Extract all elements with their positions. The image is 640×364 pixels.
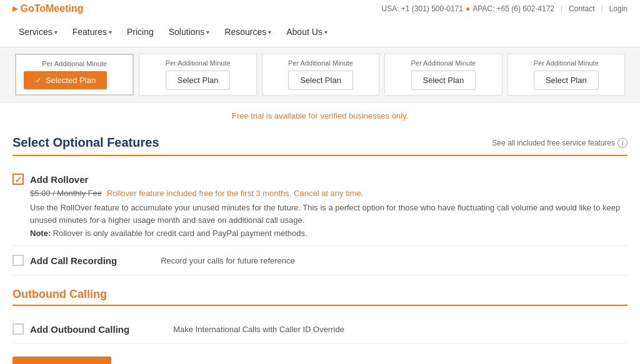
call-recording-name: Add Call Recording <box>30 255 117 266</box>
add-to-cart-button[interactable]: ADD TO CART <box>12 357 111 364</box>
main-content: Free trial is available for verified bus… <box>0 102 640 364</box>
call-recording-checkbox[interactable] <box>12 255 24 266</box>
logo-area: ▸ GoToMeeting <box>12 2 83 14</box>
rollover-price-strikethrough: $5.00 / Monthly Fee <box>30 189 102 198</box>
header: ▸ GoToMeeting USA: +1 (301) 500-0171 ● A… <box>0 0 640 47</box>
rollover-note: Note: Rollover is only available for cre… <box>30 229 628 238</box>
outbound-section-title: Outbound Calling <box>12 288 628 306</box>
rollover-description: Use the RollOver feature to accumulate y… <box>30 202 628 226</box>
add-outbound-calling-checkbox[interactable] <box>12 323 24 335</box>
outbound-calling-section: Outbound Calling Add Outbound Calling Ma… <box>12 288 628 344</box>
select-plan-button-3[interactable]: Select Plan <box>288 71 353 90</box>
call-recording-description: Record your calls for future reference <box>161 256 295 265</box>
info-icon: i <box>618 138 628 148</box>
chevron-icon: ▾ <box>206 29 209 36</box>
call-recording-feature-row: Add Call Recording Record your calls for… <box>12 246 628 275</box>
optional-features-section: Select Optional Features See all include… <box>12 129 628 275</box>
rollover-price-note: Rollover feature included free for the f… <box>107 189 363 198</box>
chevron-icon: ▾ <box>109 29 112 36</box>
main-nav: Services ▾ Features ▾ Pricing Solutions … <box>12 17 628 47</box>
nav-pricing[interactable]: Pricing <box>121 23 160 41</box>
plan-card-2: Per Additional Minute Select Plan <box>139 54 256 96</box>
separator2: | <box>601 4 603 13</box>
nav-solutions[interactable]: Solutions ▾ <box>162 23 216 41</box>
contact-link[interactable]: Contact <box>569 4 594 13</box>
free-trial-notice: Free trial is available for verified bus… <box>12 102 628 129</box>
separator: | <box>561 4 562 13</box>
check-icon: ✓ <box>14 174 22 185</box>
bullet: ● <box>466 4 470 13</box>
select-plan-button-5[interactable]: Select Plan <box>534 71 599 90</box>
logo-text: ▸ GoToMeeting <box>12 3 83 14</box>
rollover-price: $5.00 / Monthly Fee Rollover feature inc… <box>30 189 628 198</box>
chevron-icon: ▾ <box>324 29 328 36</box>
per-additional-minute-label: Per Additional Minute <box>270 59 371 67</box>
plan-selection-bar: Per Additional Minute ✓ Selected Plan Pe… <box>0 47 640 102</box>
top-bar-info: USA: +1 (301) 500-0171 ● APAC: +65 (6) 6… <box>381 4 628 13</box>
add-outbound-calling-row: Add Outbound Calling Make International … <box>12 315 628 344</box>
add-outbound-calling-description: Make International Calls with Caller ID … <box>173 325 344 334</box>
plan-card-1: Per Additional Minute ✓ Selected Plan <box>15 54 134 96</box>
chevron-icon: ▾ <box>268 29 271 36</box>
header-top: ▸ GoToMeeting USA: +1 (301) 500-0171 ● A… <box>12 0 628 17</box>
per-additional-minute-label: Per Additional Minute <box>147 59 248 67</box>
plan-card-5: Per Additional Minute Select Plan <box>508 54 625 96</box>
checkmark-icon: ✓ <box>35 76 42 85</box>
login-link[interactable]: Login <box>609 4 628 13</box>
per-additional-minute-label: Per Additional Minute <box>24 60 125 67</box>
nav-resources[interactable]: Resources ▾ <box>218 23 278 41</box>
add-to-cart-area: ADD TO CART <box>12 344 628 364</box>
rollover-checkbox[interactable]: ✓ <box>12 174 24 185</box>
rollover-feature-row: ✓ Add Rollover $5.00 / Monthly Fee Rollo… <box>12 166 628 246</box>
rollover-header: ✓ Add Rollover <box>12 174 628 185</box>
select-plan-button-2[interactable]: Select Plan <box>166 71 231 90</box>
per-additional-minute-label: Per Additional Minute <box>392 59 494 67</box>
nav-services[interactable]: Services ▾ <box>12 23 64 41</box>
phone-apac: APAC: +65 (6) 602-4172 <box>472 4 554 13</box>
select-plan-button-4[interactable]: Select Plan <box>411 71 476 90</box>
nav-about-us[interactable]: About Us ▾ <box>280 23 334 41</box>
see-all-link[interactable]: See all included free service features i <box>492 138 628 148</box>
plan-card-3: Per Additional Minute Select Plan <box>262 54 379 96</box>
add-outbound-calling-name: Add Outbound Calling <box>30 324 129 335</box>
chevron-icon: ▾ <box>54 29 58 36</box>
nav-features[interactable]: Features ▾ <box>66 23 118 41</box>
per-additional-minute-label: Per Additional Minute <box>516 59 617 67</box>
phone-usa: USA: +1 (301) 500-0171 <box>381 4 462 13</box>
plan-card-4: Per Additional Minute Select Plan <box>384 54 502 96</box>
section-title: Select Optional Features See all include… <box>12 129 628 156</box>
note-label: Note: <box>30 229 51 238</box>
rollover-name: Add Rollover <box>30 174 88 185</box>
selected-plan-button[interactable]: ✓ Selected Plan <box>24 71 107 89</box>
